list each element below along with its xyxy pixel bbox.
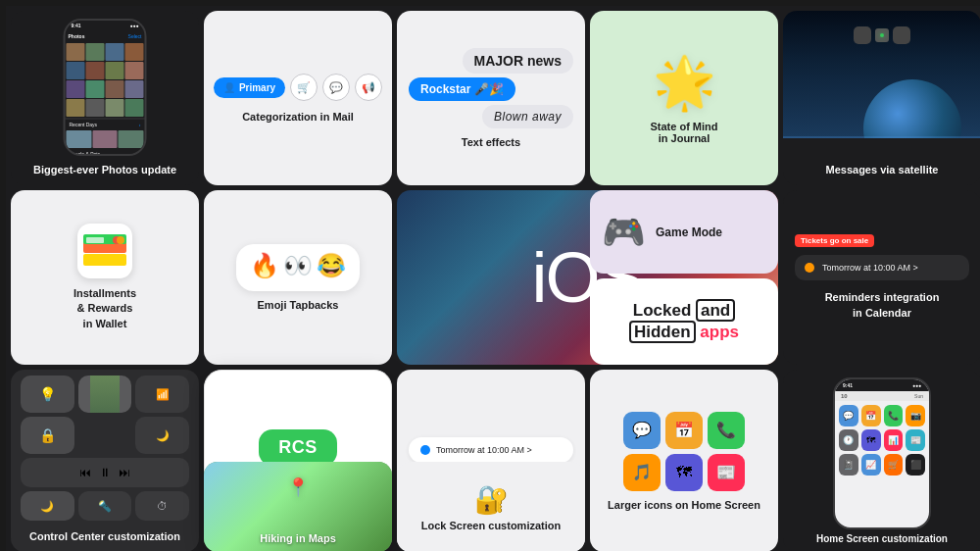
emoji-laugh: 😂	[317, 252, 346, 279]
wallet-icon	[77, 224, 132, 278]
msg-rockstar: Rockstar 🎤🎉	[409, 77, 515, 101]
hiking-label: Hiking in Maps	[260, 532, 336, 544]
reminders-label: Reminders integration in Calendar	[825, 290, 940, 321]
homescreen-card: 9:41 ●●● 10 Sun 💬 📅 📞 📷 🕐 🗺 📊 📰 📓 📈 🛒 ⬛	[783, 370, 980, 551]
satellite-card: Messages via satellite	[783, 11, 980, 185]
text-effects-card: MAJOR news Rockstar 🎤🎉 Blown away Text e…	[397, 11, 585, 185]
rcs-badge: RCS	[259, 429, 337, 466]
locked-apps-card: Locked and Hidden apps	[590, 278, 778, 365]
reminder-item: Tomorrow at 10:00 AM >	[795, 255, 969, 280]
mail-label: Categorization in Mail	[242, 111, 354, 123]
emoji-bubble: 🔥 👀 😂	[236, 244, 360, 291]
control-center-card: 💡 📶 🔒 🌙 ⏮⏸⏭ 🌙 🔦 ⏱ Control Center customi…	[11, 370, 199, 551]
mail-promo-tab[interactable]: 📢	[355, 74, 382, 101]
mail-card: 👤 Primary 🛒 💬 📢 Categorization in Mail	[204, 11, 392, 185]
emoji-label: Emoji Tapbacks	[258, 299, 339, 311]
satellite-label: Messages via satellite	[826, 164, 939, 175]
mail-tabs-row: 👤 Primary 🛒 💬 📢	[214, 74, 382, 101]
svg-rect-4	[86, 237, 104, 243]
larger-icons-card: 💬 📅 📞 🎵 🗺 📰 Larger icons on Home Screen	[590, 370, 778, 551]
lockscreen-label: Lock Screen customization	[421, 520, 561, 531]
emoji-card: 🔥 👀 😂 Emoji Tapbacks	[204, 190, 392, 365]
photos-card: 9:41 ●●● Photos Select	[11, 11, 199, 185]
gamepad-icon: 🎮	[602, 212, 646, 253]
state-of-mind-label: State of Mind in Journal	[650, 121, 717, 144]
msg-major: MAJOR news	[463, 48, 573, 74]
mail-msg-tab[interactable]: 💬	[322, 74, 350, 101]
emoji-fire: 🔥	[250, 252, 279, 279]
svg-point-6	[117, 236, 124, 244]
lock-icon: 🔐	[474, 483, 509, 516]
mini-icons-grid: 💬 📅 📞 🎵 🗺 📰	[623, 412, 745, 491]
larger-icons-label: Larger icons on Home Screen	[608, 499, 760, 511]
msg-blown: Blown away	[482, 105, 573, 128]
emoji-eyes: 👀	[283, 252, 313, 279]
state-of-mind-card: 🌟 State of Mind in Journal	[590, 11, 778, 185]
photos-label: Biggest-ever Photos update	[33, 164, 176, 175]
reminders-card: Tickets go on sale Tomorrow at 10:00 AM …	[783, 190, 980, 365]
lockscreen-card: 🔐 Lock Screen customization	[397, 462, 585, 551]
phone-mockup: 9:41 ●●● Photos Select	[64, 19, 147, 156]
locked-apps-text: Locked and Hidden apps	[590, 300, 778, 343]
wallet-card: Installments & Rewards in Wallet	[11, 190, 199, 365]
hiking-card: 📍 Hiking in Maps	[204, 462, 392, 551]
tickets-badge: Tickets go on sale	[795, 234, 874, 247]
star-icon: 🌟	[653, 53, 716, 113]
mail-primary-tab[interactable]: 👤 Primary	[214, 77, 285, 98]
send-later-bubble: Tomorrow at 10:00 AM >	[409, 437, 573, 463]
wallet-label: Installments & Rewards in Wallet	[74, 286, 136, 331]
phone-mockup-2: 9:41 ●●● 10 Sun 💬 📅 📞 📷 🕐 🗺 📊 📰 📓 📈 🛒 ⬛	[833, 377, 931, 529]
homescreen-label: Home Screen customization	[810, 533, 954, 544]
satellite-visual	[783, 11, 980, 138]
mail-cart-tab[interactable]: 🛒	[290, 74, 318, 101]
gamemode-label: Game Mode	[656, 225, 722, 239]
svg-rect-2	[83, 254, 126, 266]
control-grid: 💡 📶 🔒 🌙 ⏮⏸⏭ 🌙 🔦 ⏱	[11, 370, 199, 530]
text-effects-label: Text effects	[462, 136, 520, 148]
gamemode-card: 🎮 Game Mode	[590, 190, 778, 274]
control-label: Control Center customization	[22, 530, 188, 542]
